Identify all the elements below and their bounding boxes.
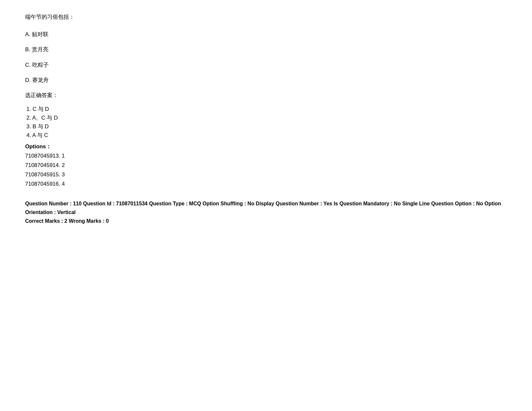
option-b: B. 赏月亮 — [25, 45, 507, 54]
answer-option-4: 4. A 与 C — [26, 131, 507, 140]
select-answer-label: 选正确答案： — [25, 92, 507, 99]
marks-line: Correct Marks : 2 Wrong Marks : 0 — [25, 217, 507, 225]
question-text: 端午节的习俗包括： — [25, 13, 507, 21]
answer-option-3: 3. B 与 D — [26, 122, 507, 131]
options-block: Options： 71087045913. 1 71087045914. 2 7… — [25, 143, 507, 189]
answer-option-2: 2. A、C 与 D — [26, 113, 507, 122]
option-id-2: 71087045914. 2 — [25, 161, 507, 170]
option-a: A. 贴对联 — [25, 30, 507, 39]
option-id-4: 71087045916. 4 — [25, 180, 507, 189]
answer-option-1: 1. C 与 D — [26, 105, 507, 113]
question-container: 端午节的习俗包括： A. 贴对联 B. 赏月亮 C. 吃粽子 D. 赛龙舟 选正… — [25, 13, 507, 225]
option-id-1: 71087045913. 1 — [25, 152, 507, 161]
answer-options-list: 1. C 与 D 2. A、C 与 D 3. B 与 D 4. A 与 C — [25, 105, 507, 140]
option-id-3: 71087045915. 3 — [25, 170, 507, 180]
meta-line1: Question Number : 110 Question Id : 7108… — [25, 199, 507, 217]
meta-block: Question Number : 110 Question Id : 7108… — [25, 199, 507, 226]
option-d: D. 赛龙舟 — [25, 76, 507, 84]
option-c: C. 吃粽子 — [25, 61, 507, 69]
options-label: Options： — [25, 143, 507, 150]
